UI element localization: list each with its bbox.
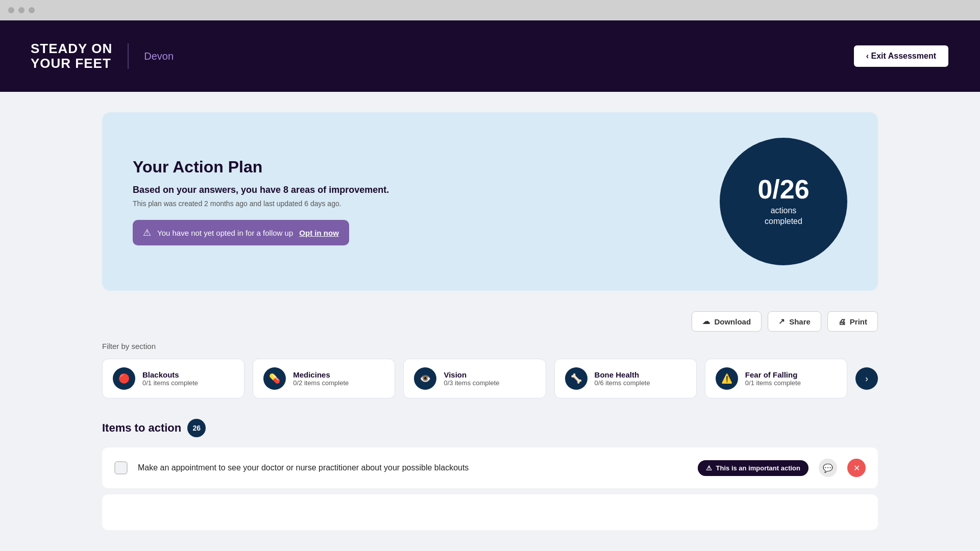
download-button[interactable]: ☁ Download	[692, 311, 762, 332]
opt-in-link[interactable]: Opt in now	[299, 229, 338, 237]
progress-label: actionscompleted	[765, 206, 802, 227]
comment-button-1[interactable]: 💬	[819, 459, 837, 477]
action-plan-left: Your Action Plan Based on your answers, …	[133, 158, 699, 245]
filter-label: Filter by section	[102, 342, 878, 350]
download-label: Download	[714, 317, 751, 326]
items-count-badge: 26	[187, 419, 206, 437]
action-plan-meta: This plan was created 2 months ago and l…	[133, 199, 699, 208]
bone-health-icon: 🦴	[565, 367, 587, 390]
important-icon: ⚠	[706, 464, 712, 472]
logo: STEADY ON YOUR FEET	[31, 41, 112, 70]
filter-card-count-fear-of-falling: 0/1 items complete	[745, 379, 801, 387]
filter-card-name-blackouts: Blackouts	[142, 370, 198, 379]
action-plan-title: Your Action Plan	[133, 158, 699, 177]
medicines-icon: 💊	[263, 367, 286, 390]
action-item-text-1: Make an appointment to see your doctor o…	[138, 463, 688, 472]
fear-of-falling-icon: ⚠️	[716, 367, 738, 390]
filter-card-count-bone-health: 0/6 items complete	[595, 379, 650, 387]
filter-card-count-vision: 0/3 items complete	[444, 379, 499, 387]
filter-card-name-vision: Vision	[444, 370, 499, 379]
exit-assessment-button[interactable]: ‹ Exit Assessment	[853, 44, 949, 68]
browser-dot-3	[29, 7, 35, 13]
blackouts-icon: 🔴	[113, 367, 135, 390]
region-name: Devon	[144, 51, 174, 62]
progress-fraction: 0/26	[757, 176, 809, 203]
print-button[interactable]: 🖨 Print	[827, 311, 878, 332]
filter-card-name-fear-of-falling: Fear of Falling	[745, 370, 801, 379]
share-icon: ↗	[778, 317, 785, 326]
filter-card-name-bone-health: Bone Health	[595, 370, 650, 379]
progress-circle: 0/26 actionscompleted	[720, 138, 847, 265]
browser-chrome	[0, 0, 980, 20]
main-content: Your Action Plan Based on your answers, …	[0, 92, 980, 551]
logo-divider	[128, 43, 129, 69]
action-item-2	[102, 494, 878, 530]
important-label: This is an important action	[716, 464, 800, 472]
items-to-action-title: Items to action	[102, 421, 181, 435]
filter-card-bone-health[interactable]: 🦴 Bone Health 0/6 items complete	[554, 359, 697, 398]
warning-icon: ⚠	[143, 227, 151, 238]
action-checkbox-1[interactable]	[114, 461, 128, 474]
filter-card-name-medicines: Medicines	[293, 370, 349, 379]
vision-icon: 👁️	[414, 367, 436, 390]
important-badge: ⚠ This is an important action	[698, 460, 808, 476]
filter-card-fear-of-falling[interactable]: ⚠️ Fear of Falling 0/1 items complete	[705, 359, 847, 398]
browser-dot-2	[18, 7, 24, 13]
download-icon: ☁	[702, 317, 710, 326]
share-button[interactable]: ↗ Share	[768, 311, 821, 332]
filter-next-button[interactable]: ›	[855, 367, 878, 390]
filter-cards: 🔴 Blackouts 0/1 items complete 💊 Medicin…	[102, 359, 878, 398]
browser-dot-1	[8, 7, 14, 13]
filter-card-blackouts[interactable]: 🔴 Blackouts 0/1 items complete	[102, 359, 244, 398]
print-icon: 🖨	[838, 317, 846, 326]
action-item-1: Make an appointment to see your doctor o…	[102, 447, 878, 488]
filter-card-medicines[interactable]: 💊 Medicines 0/2 items complete	[253, 359, 395, 398]
share-label: Share	[789, 317, 811, 326]
close-button-1[interactable]: ✕	[847, 459, 866, 477]
items-header: Items to action 26	[102, 419, 878, 437]
filter-card-vision[interactable]: 👁️ Vision 0/3 items complete	[403, 359, 546, 398]
filter-card-count-medicines: 0/2 items complete	[293, 379, 349, 387]
print-label: Print	[850, 317, 867, 326]
opt-in-banner: ⚠ You have not yet opted in for a follow…	[133, 220, 349, 245]
header: STEADY ON YOUR FEET Devon ‹ Exit Assessm…	[0, 20, 980, 92]
filter-card-count-blackouts: 0/1 items complete	[142, 379, 198, 387]
opt-in-text: You have not yet opted in for a follow u…	[157, 229, 293, 237]
header-left: STEADY ON YOUR FEET Devon	[31, 41, 174, 70]
app: STEADY ON YOUR FEET Devon ‹ Exit Assessm…	[0, 20, 980, 551]
action-plan-card: Your Action Plan Based on your answers, …	[102, 112, 878, 291]
toolbar: ☁ Download ↗ Share 🖨 Print	[102, 311, 878, 332]
action-plan-subtitle: Based on your answers, you have 8 areas …	[133, 185, 699, 195]
